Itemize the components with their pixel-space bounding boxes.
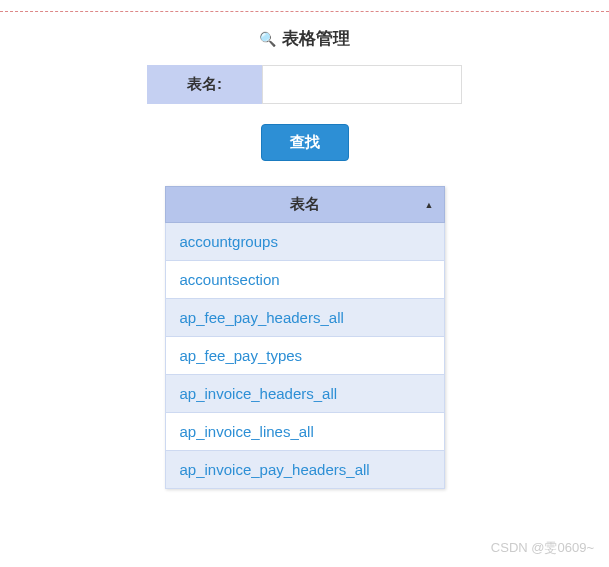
column-header-label: 表名 xyxy=(290,195,320,212)
search-button[interactable]: 查找 xyxy=(261,124,349,161)
table-name-label: 表名: xyxy=(147,65,262,104)
top-divider xyxy=(0,10,609,12)
search-form-row: 表名: xyxy=(147,65,462,104)
title-row: 🔍 表格管理 xyxy=(259,27,350,50)
table-row[interactable]: ap_invoice_lines_all xyxy=(165,413,444,451)
results-table: 表名 ▲ accountgroups accountsection ap_fee… xyxy=(165,186,445,489)
page-container: 🔍 表格管理 表名: 查找 表名 ▲ accountgroups account… xyxy=(0,27,609,489)
column-header-table-name[interactable]: 表名 ▲ xyxy=(165,187,444,223)
table-row[interactable]: ap_fee_pay_headers_all xyxy=(165,299,444,337)
table-row[interactable]: ap_fee_pay_types xyxy=(165,337,444,375)
table-name-input[interactable] xyxy=(262,65,462,104)
table-row[interactable]: ap_invoice_headers_all xyxy=(165,375,444,413)
sort-asc-icon: ▲ xyxy=(425,200,434,210)
table-row[interactable]: accountsection xyxy=(165,261,444,299)
magnifier-icon: 🔍 xyxy=(259,31,276,47)
table-row[interactable]: ap_invoice_pay_headers_all xyxy=(165,451,444,489)
table-row[interactable]: accountgroups xyxy=(165,223,444,261)
page-title: 表格管理 xyxy=(282,27,350,50)
